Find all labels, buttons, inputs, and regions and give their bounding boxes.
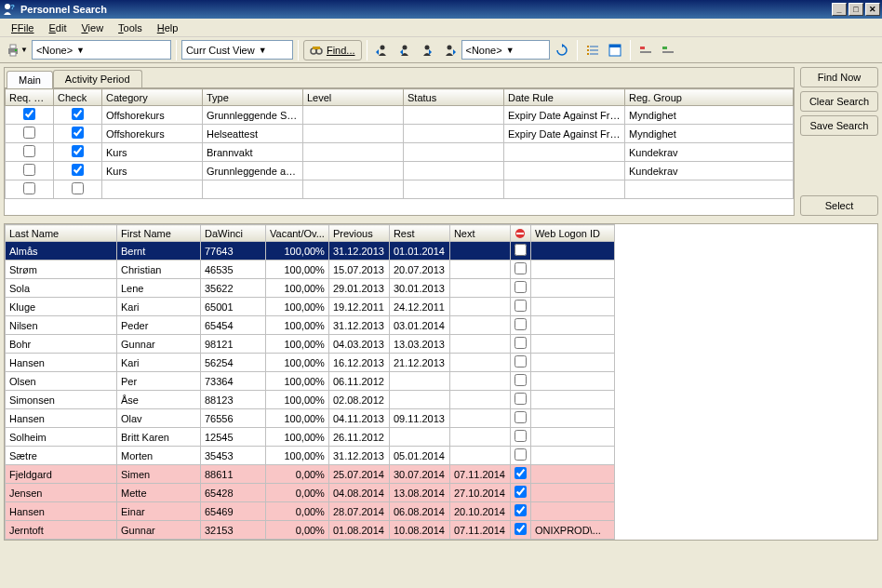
- minimize-button[interactable]: _: [832, 3, 847, 16]
- cell-status[interactable]: [404, 125, 504, 143]
- close-button[interactable]: ✕: [865, 3, 880, 16]
- toggle-green-icon[interactable]: [658, 40, 678, 60]
- tab-main[interactable]: Main: [7, 71, 53, 88]
- results-row[interactable]: NilsenPeder65454100,00%31.12.201303.01.2…: [6, 316, 615, 335]
- tab-activity-period[interactable]: Activity Period: [53, 70, 142, 87]
- results-row[interactable]: SætreMorten35453100,00%31.12.201305.01.2…: [6, 447, 615, 465]
- cell-level[interactable]: [303, 106, 404, 125]
- combo-filter-2[interactable]: <None> ▼: [461, 40, 550, 60]
- cell-type[interactable]: Helseattest: [203, 125, 303, 143]
- col-flag[interactable]: [510, 225, 530, 242]
- results-row[interactable]: StrømChristian46535100,00%15.07.201320.0…: [6, 261, 615, 279]
- flag-checkbox[interactable]: [514, 300, 527, 312]
- results-row[interactable]: AlmåsBernt77643100,00%31.12.201301.01.20…: [6, 242, 615, 261]
- flag-checkbox[interactable]: [514, 523, 527, 535]
- flag-checkbox[interactable]: [514, 430, 527, 442]
- cell-level[interactable]: [303, 125, 404, 143]
- criteria-row[interactable]: OffshorekursHelseattestExpiry Date Again…: [6, 125, 794, 143]
- menu-file[interactable]: Fdocument.currentScript.previousElementS…: [4, 20, 41, 35]
- cell-date-rule[interactable]: [504, 180, 625, 199]
- save-search-button[interactable]: Save Search: [800, 115, 878, 136]
- cell-level[interactable]: [303, 162, 404, 180]
- col-date-rule[interactable]: Date Rule: [504, 89, 625, 106]
- maximize-button[interactable]: □: [849, 3, 863, 16]
- col-next[interactable]: Next: [449, 225, 510, 242]
- cell-category[interactable]: Kurs: [102, 162, 203, 180]
- cell-type[interactable]: Brannvakt: [203, 143, 303, 162]
- flag-checkbox[interactable]: [514, 262, 527, 274]
- cell-reg-group[interactable]: Myndighet: [625, 106, 794, 125]
- cell-reg-group[interactable]: Kundekrav: [625, 143, 794, 162]
- results-row[interactable]: HansenKari56254100,00%16.12.201321.12.20…: [6, 354, 615, 372]
- cell-category[interactable]: Offshorekurs: [102, 125, 203, 143]
- cell-category[interactable]: [102, 180, 203, 199]
- cell-date-rule[interactable]: [504, 143, 625, 162]
- flag-checkbox[interactable]: [514, 374, 527, 386]
- select-button[interactable]: Select: [800, 195, 878, 216]
- flag-checkbox[interactable]: [514, 393, 527, 405]
- col-web-logon[interactable]: Web Logon ID: [530, 225, 614, 242]
- req-met-checkbox[interactable]: [23, 108, 35, 120]
- check-checkbox[interactable]: [72, 127, 84, 139]
- results-row[interactable]: HansenOlav76556100,00%04.11.201309.11.20…: [6, 409, 615, 428]
- flag-checkbox[interactable]: [514, 486, 527, 498]
- col-reg-group[interactable]: Reg. Group: [625, 89, 794, 106]
- cell-status[interactable]: [404, 162, 504, 180]
- flag-checkbox[interactable]: [514, 411, 527, 423]
- print-icon[interactable]: ▼: [4, 40, 30, 60]
- cell-date-rule[interactable]: Expiry Date Against From...: [504, 125, 625, 143]
- criteria-row[interactable]: KursBrannvaktKundekrav: [6, 143, 794, 162]
- list-view-icon[interactable]: [582, 40, 603, 60]
- results-row[interactable]: OlsenPer73364100,00%06.11.2012: [6, 372, 615, 391]
- cell-category[interactable]: Kurs: [102, 143, 203, 162]
- check-checkbox[interactable]: [72, 145, 84, 157]
- results-row[interactable]: HansenEinar654690,00%28.07.201406.08.201…: [6, 502, 615, 521]
- criteria-row[interactable]: OffshorekursGrunnleggende Sik...Expiry D…: [6, 106, 794, 125]
- person-nav-next-icon[interactable]: [417, 40, 437, 60]
- results-row[interactable]: FjeldgardSimen886110,00%25.07.201430.07.…: [6, 465, 615, 484]
- menu-tools[interactable]: Tools: [111, 20, 150, 35]
- cell-reg-group[interactable]: Myndighet: [625, 125, 794, 143]
- cell-date-rule[interactable]: [504, 162, 625, 180]
- refresh-icon[interactable]: [552, 40, 572, 60]
- person-nav-prev-icon[interactable]: [394, 40, 415, 60]
- cell-type[interactable]: [203, 180, 303, 199]
- cell-level[interactable]: [303, 180, 404, 199]
- flag-checkbox[interactable]: [514, 355, 527, 368]
- combo-view[interactable]: Curr Cust View ▼: [181, 40, 293, 60]
- toggle-red-icon[interactable]: [635, 40, 656, 60]
- clear-search-button[interactable]: Clear Search: [800, 91, 878, 112]
- check-checkbox[interactable]: [72, 108, 84, 120]
- combo-filter-1[interactable]: <None> ▼: [32, 40, 171, 60]
- req-met-checkbox[interactable]: [23, 164, 35, 176]
- req-met-checkbox[interactable]: [23, 145, 35, 157]
- col-last-name[interactable]: Last Name: [6, 225, 117, 242]
- results-row[interactable]: JerntoftGunnar321530,00%01.08.201410.08.…: [6, 521, 615, 540]
- cell-type[interactable]: Grunnleggende arb...: [203, 162, 303, 180]
- cell-category[interactable]: Offshorekurs: [102, 106, 203, 125]
- menu-view[interactable]: View: [74, 20, 111, 35]
- criteria-row[interactable]: KursGrunnleggende arb...Kundekrav: [6, 162, 794, 180]
- flag-checkbox[interactable]: [514, 318, 527, 330]
- col-check[interactable]: Check: [54, 89, 102, 106]
- menu-edit[interactable]: Edit: [41, 20, 74, 35]
- col-rest[interactable]: Rest: [389, 225, 449, 242]
- results-row[interactable]: JensenMette654280,00%04.08.201413.08.201…: [6, 484, 615, 502]
- req-met-checkbox[interactable]: [23, 127, 35, 139]
- results-row[interactable]: SolheimBritt Karen12545100,00%26.11.2012: [6, 428, 615, 447]
- col-status[interactable]: Status: [404, 89, 504, 106]
- flag-checkbox[interactable]: [514, 281, 527, 293]
- cell-reg-group[interactable]: [625, 180, 794, 199]
- flag-checkbox[interactable]: [514, 244, 527, 256]
- cell-level[interactable]: [303, 143, 404, 162]
- person-nav-first-icon[interactable]: [372, 40, 393, 60]
- criteria-row[interactable]: [6, 180, 794, 199]
- person-nav-last-icon[interactable]: [439, 40, 460, 60]
- results-row[interactable]: SolaLene35622100,00%29.01.201330.01.2013: [6, 279, 615, 298]
- flag-checkbox[interactable]: [514, 467, 527, 479]
- col-level[interactable]: Level: [303, 89, 404, 106]
- flag-checkbox[interactable]: [514, 504, 527, 516]
- find-button[interactable]: Find...: [303, 40, 362, 60]
- cell-reg-group[interactable]: Kundekrav: [625, 162, 794, 180]
- cell-status[interactable]: [404, 143, 504, 162]
